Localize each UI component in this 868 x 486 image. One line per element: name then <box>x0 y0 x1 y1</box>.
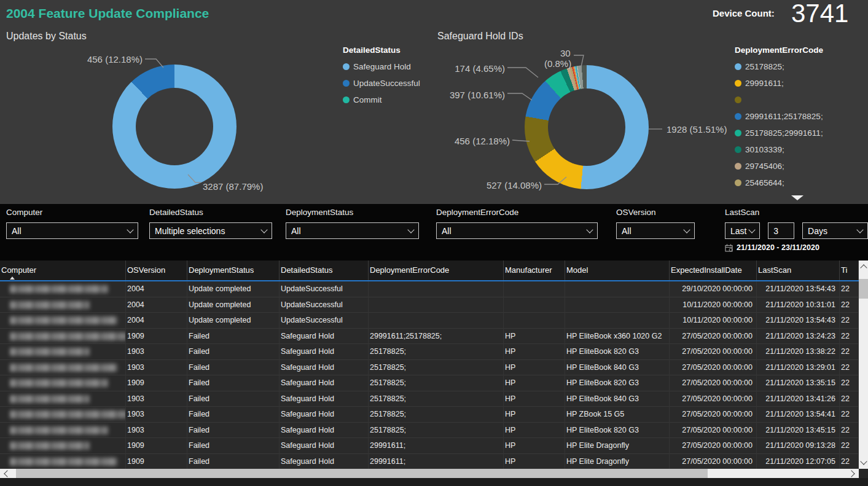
legend-items: Safeguard Hold UpdateSuccessful Commit <box>343 58 420 108</box>
filter-strip: Computer All DetailedStatus Multiple sel… <box>0 204 868 261</box>
cell-osversion: 1903 <box>126 360 187 376</box>
scroll-left-icon[interactable] <box>4 470 10 477</box>
cell-timezone: 22 <box>840 281 859 297</box>
cell-manufacturer: HP <box>504 344 565 360</box>
cell-timezone: 22 <box>840 423 859 439</box>
blurred-computer-name <box>10 332 126 340</box>
detailedstatus-dropdown[interactable]: Multiple selections <box>149 222 272 239</box>
legend-item[interactable]: 30103339; <box>735 141 867 158</box>
chevron-down-icon <box>586 226 593 233</box>
cell-expectedinstalldate: 27/05/2020 00:00:00 <box>670 375 757 391</box>
cell-expectedinstalldate: 27/05/2020 00:00:00 <box>670 344 757 360</box>
table-row[interactable]: 2004 Update completed UpdateSuccessful 1… <box>0 313 859 329</box>
cell-manufacturer: HP <box>504 375 565 391</box>
column-header[interactable]: DetailedStatus <box>280 261 369 280</box>
legend-scroll-more-icon[interactable] <box>791 195 803 200</box>
table-row[interactable]: 2004 Update completed UpdateSuccessful 1… <box>0 297 859 313</box>
lastscan-number-input[interactable]: 3 <box>768 222 794 239</box>
legend-item[interactable]: 25465644; <box>735 174 867 191</box>
cell-expectedinstalldate: 27/05/2020 00:00:00 <box>670 423 757 439</box>
table-row[interactable]: 1909 Failed Safeguard Hold 25178825; HP … <box>0 375 859 391</box>
chevron-down-icon <box>683 226 690 233</box>
legend-item[interactable]: 25178825; <box>735 58 867 75</box>
cell-computer <box>0 391 126 407</box>
legend-item[interactable]: 29745406; <box>735 158 867 174</box>
legend-item-label: 25465644; <box>745 178 784 187</box>
cell-model: HP EliteBook x360 1020 G2 <box>565 329 670 345</box>
donut-updates-by-status[interactable] <box>112 65 237 189</box>
data-label-1928: 1928 (51.51%) <box>667 124 727 135</box>
cell-osversion: 1903 <box>126 423 187 439</box>
legend-item-label: 30103339; <box>745 145 784 154</box>
deploymenterrorcode-dropdown[interactable]: All <box>436 222 598 239</box>
legend-item-label: 25178825; <box>745 62 784 71</box>
blurred-computer-name <box>10 458 117 466</box>
cell-deploymentstatus: Update completed <box>187 313 280 329</box>
column-header[interactable]: Ti <box>840 261 859 280</box>
column-header[interactable]: DeploymentStatus <box>187 261 280 280</box>
legend-item-label: 29991611; <box>745 79 784 88</box>
lastscan-unit-dropdown[interactable]: Days <box>802 222 868 239</box>
legend-dot-icon <box>735 163 741 170</box>
cell-osversion: 2004 <box>126 313 187 329</box>
deploymentstatus-dropdown[interactable]: All <box>286 222 419 239</box>
scroll-right-icon[interactable] <box>848 470 854 477</box>
horizontal-scrollbar[interactable] <box>0 469 859 478</box>
cell-timezone: 22 <box>840 375 859 391</box>
donut-safeguard-hold-ids[interactable] <box>525 65 649 189</box>
cell-lastscan: 21/11/2020 09:13:28 <box>757 438 840 454</box>
blurred-computer-name <box>10 301 90 309</box>
osversion-dropdown[interactable]: All <box>616 222 695 239</box>
legend-dot-icon <box>343 96 350 103</box>
vertical-scrollbar[interactable] <box>859 261 868 469</box>
legend-item-label: 29745406; <box>745 162 784 171</box>
cell-expectedinstalldate: 10/11/2020 00:00:00 <box>670 313 757 329</box>
column-header[interactable]: ExpectedInstallDate <box>670 261 757 280</box>
table-row[interactable]: 1903 Failed Safeguard Hold 25178825; HP … <box>0 391 859 407</box>
legend-item[interactable]: Commit <box>343 92 420 108</box>
column-header[interactable]: DeploymentErrorCode <box>369 261 504 280</box>
lastscan-operator-dropdown[interactable]: Last <box>725 222 760 239</box>
data-label-527: 527 (14.08%) <box>487 180 542 190</box>
cell-timezone: 22 <box>840 313 859 329</box>
legend-item[interactable]: 29991611;25178825; <box>735 108 867 125</box>
legend-item[interactable]: UpdateSuccessful <box>343 75 420 92</box>
cell-osversion: 1909 <box>126 438 187 454</box>
table-row[interactable]: 1903 Failed Safeguard Hold 25178825; HP … <box>0 407 859 423</box>
cell-computer <box>0 438 126 454</box>
filter-label: LastScan <box>725 208 868 217</box>
legend-item[interactable]: 25178825;29991611; <box>735 125 867 141</box>
scroll-up-icon[interactable] <box>860 264 867 271</box>
cell-lastscan: 21/11/2020 13:24:23 <box>757 329 840 345</box>
cell-expectedinstalldate: 27/05/2020 00:00:00 <box>670 329 757 345</box>
legend-dot-icon <box>735 63 741 70</box>
legend-dot-icon <box>343 63 350 70</box>
cell-computer <box>0 360 126 376</box>
column-header[interactable]: OSVersion <box>126 261 187 280</box>
table-row[interactable]: 1909 Failed Safeguard Hold 29991611; HP … <box>0 438 859 454</box>
horizontal-scrollbar-thumb[interactable] <box>16 469 708 478</box>
column-header[interactable]: Model <box>565 261 670 280</box>
cell-deploymentstatus: Failed <box>187 423 280 439</box>
table-row[interactable]: 1909 Failed Safeguard Hold 29991611;2517… <box>0 329 859 345</box>
table-row[interactable]: 2004 Update completed UpdateSuccessful 2… <box>0 281 859 297</box>
legend-item[interactable]: Safeguard Hold <box>343 58 420 75</box>
column-header[interactable]: Manufacturer <box>504 261 565 280</box>
computer-dropdown[interactable]: All <box>6 222 138 239</box>
table-row[interactable]: 1903 Failed Safeguard Hold 25178825; HP … <box>0 360 859 376</box>
legend-dot-icon <box>735 80 741 87</box>
table-row[interactable]: 1903 Failed Safeguard Hold 25178825; HP … <box>0 423 859 439</box>
vertical-scrollbar-thumb[interactable] <box>859 279 868 299</box>
cell-manufacturer: HP <box>504 360 565 376</box>
legend-item-label: Commit <box>353 95 382 104</box>
column-header[interactable]: Computer <box>0 261 126 280</box>
table-row[interactable]: 1909 Failed Safeguard Hold 29991611; HP … <box>0 454 859 469</box>
cell-timezone: 22 <box>840 454 859 469</box>
legend-item[interactable]: 29991611; <box>735 75 867 92</box>
cell-deploymenterrorcode: 29991611; <box>369 454 504 469</box>
filter-label: Computer <box>6 208 138 217</box>
column-header[interactable]: LastScan <box>757 261 840 280</box>
legend-item[interactable] <box>735 92 867 108</box>
table-row[interactable]: 1903 Failed Safeguard Hold 25178825; HP … <box>0 344 859 360</box>
scroll-down-icon[interactable] <box>860 458 867 464</box>
